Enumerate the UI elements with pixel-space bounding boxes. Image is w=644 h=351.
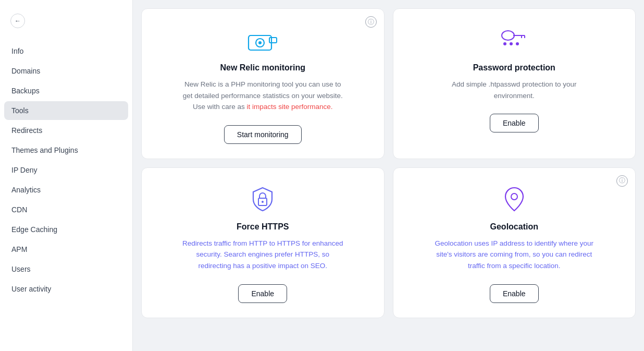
sidebar-item-backups[interactable]: Backups xyxy=(4,81,128,100)
card-info-button-geolocation[interactable]: ⓘ xyxy=(616,175,628,187)
sidebar-item-edge-caching[interactable]: Edge Caching xyxy=(4,220,128,239)
svg-point-5 xyxy=(502,31,514,40)
svg-point-13 xyxy=(262,201,264,203)
sidebar-item-ip-deny[interactable]: IP Deny xyxy=(4,161,128,179)
sidebar-item-apm[interactable]: APM xyxy=(4,240,128,259)
sidebar-item-redirects[interactable]: Redirects xyxy=(4,121,128,140)
card-icon-force-https xyxy=(250,185,275,214)
main-content: ⓘ New Relic monitoringNew Relic is a PHP… xyxy=(133,0,644,351)
sidebar: ← InfoDomainsBackupsToolsRedirectsThemes… xyxy=(0,0,133,351)
back-arrow-icon: ← xyxy=(10,14,25,28)
sidebar-item-domains[interactable]: Domains xyxy=(4,62,128,80)
card-action-button-force-https[interactable]: Enable xyxy=(238,284,287,303)
sidebar-item-info[interactable]: Info xyxy=(4,42,128,60)
svg-point-11 xyxy=(516,42,519,45)
svg-rect-3 xyxy=(269,38,277,43)
card-desc-geolocation: Geolocation uses IP address to identify … xyxy=(431,238,598,272)
back-button[interactable]: ← xyxy=(0,8,132,33)
card-action-button-password-protection[interactable]: Enable xyxy=(490,114,539,132)
card-title-force-https: Force HTTPS xyxy=(237,222,289,232)
card-action-button-geolocation[interactable]: Enable xyxy=(490,284,539,303)
svg-point-9 xyxy=(503,42,506,45)
svg-point-2 xyxy=(258,41,262,44)
card-new-relic: ⓘ New Relic monitoringNew Relic is a PHP… xyxy=(141,8,385,159)
sidebar-item-cdn[interactable]: CDN xyxy=(4,200,128,219)
sidebar-item-analytics[interactable]: Analytics xyxy=(4,180,128,199)
sidebar-item-user-activity[interactable]: User activity xyxy=(4,280,128,298)
card-password-protection: Password protectionAdd simple .htpasswd … xyxy=(393,8,636,159)
card-desc-new-relic: New Relic is a PHP monitoring tool you c… xyxy=(179,79,346,113)
svg-point-14 xyxy=(511,193,517,200)
card-title-new-relic: New Relic monitoring xyxy=(220,63,305,72)
card-icon-new-relic xyxy=(247,26,278,55)
card-title-geolocation: Geolocation xyxy=(490,222,538,232)
sidebar-item-users[interactable]: Users xyxy=(4,260,128,279)
card-geolocation: ⓘ GeolocationGeolocation uses IP address… xyxy=(393,167,636,318)
card-title-password-protection: Password protection xyxy=(473,63,555,72)
card-info-button-new-relic[interactable]: ⓘ xyxy=(365,16,377,28)
card-action-button-new-relic[interactable]: Start monitoring xyxy=(224,125,302,144)
cards-grid: ⓘ New Relic monitoringNew Relic is a PHP… xyxy=(141,8,636,318)
card-icon-geolocation xyxy=(502,185,526,214)
sidebar-item-tools[interactable]: Tools xyxy=(4,101,128,120)
card-desc-force-https: Redirects traffic from HTTP to HTTPS for… xyxy=(179,238,346,272)
card-icon-password-protection xyxy=(501,26,528,55)
sidebar-item-themes-plugins[interactable]: Themes and Plugins xyxy=(4,141,128,160)
svg-point-10 xyxy=(510,42,513,45)
card-desc-password-protection: Add simple .htpasswd protection to your … xyxy=(431,79,598,101)
card-force-https: Force HTTPSRedirects traffic from HTTP t… xyxy=(141,167,385,318)
sidebar-nav: InfoDomainsBackupsToolsRedirectsThemes a… xyxy=(0,42,132,298)
